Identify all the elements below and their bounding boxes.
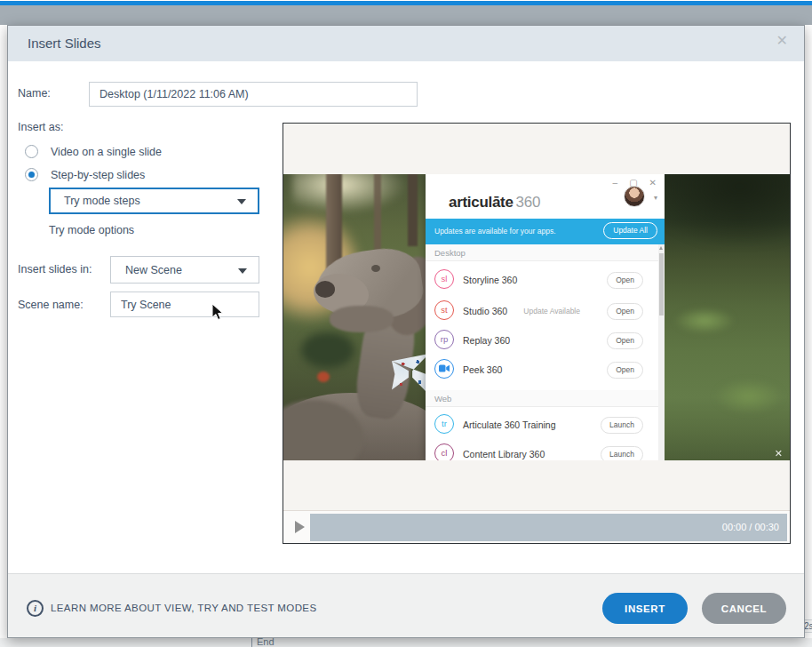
radio-video-single-slide[interactable] <box>25 145 38 158</box>
step-mode-dropdown-value: Try mode steps <box>64 195 140 207</box>
radio-video-single-slide-label[interactable]: Video on a single slide <box>51 146 162 158</box>
video-frame[interactable]: – ▢ ✕ articulāte360 ▾ Updates are availa… <box>283 174 790 460</box>
name-input[interactable] <box>89 82 418 107</box>
insert-slides-dialog: Insert Slides ✕ Name: Insert as: Video o… <box>7 25 805 638</box>
app-row-training: tr Articulate 360 Training Launch <box>426 411 658 439</box>
app-name: Peek 360 <box>463 364 502 375</box>
dog-bow-tie-pattern <box>392 354 426 395</box>
storyline-icon: sl <box>434 269 454 289</box>
app-row-studio: st Studio 360 Update Available Open <box>426 297 658 325</box>
app-titlebar-strip <box>0 5 812 25</box>
scrollbar-thumb <box>659 253 664 316</box>
training-icon: tr <box>434 414 454 434</box>
step-mode-dropdown[interactable]: Try mode steps <box>49 188 259 214</box>
dog-jaw <box>330 306 394 332</box>
photo-bush <box>301 332 354 368</box>
section-header-desktop: Desktop <box>426 244 658 261</box>
background-timeline-strip <box>0 638 812 647</box>
dialog-title: Insert Slides <box>28 36 101 51</box>
photo-sky-patch <box>292 174 408 214</box>
scene-name-input[interactable] <box>110 292 259 317</box>
insert-slides-in-value: New Scene <box>125 264 182 276</box>
app-name: Content Library 360 <box>463 449 545 459</box>
insert-slides-in-label: Insert slides in: <box>18 263 92 276</box>
app-window-scrollbar <box>658 244 665 460</box>
open-button: Open <box>607 332 643 349</box>
insert-as-label: Insert as: <box>18 121 63 133</box>
dialog-header: Insert Slides ✕ <box>8 26 804 61</box>
video-preview-panel: – ▢ ✕ articulāte360 ▾ Updates are availa… <box>283 123 791 544</box>
chevron-down-icon: ▾ <box>654 194 657 202</box>
app-row-replay: rp Replay 360 Open <box>426 326 658 355</box>
app-row-content-library: cl Content Library 360 Launch <box>426 440 658 460</box>
close-icon[interactable]: ✕ <box>776 34 788 48</box>
mouse-cursor-icon <box>211 303 224 321</box>
recorded-video-grass-photo: ✕ <box>665 174 790 460</box>
update-available-note: Update Available <box>523 307 580 316</box>
video-playbar: 00:00 / 00:30 <box>283 510 790 543</box>
photo-tree-trunk <box>408 174 418 246</box>
articulate-360-logo: articulāte360 <box>449 194 540 212</box>
play-icon[interactable] <box>295 521 305 533</box>
insert-slides-in-dropdown[interactable]: New Scene <box>110 256 259 284</box>
update-banner: Updates are available for your apps. Upd… <box>426 219 665 244</box>
content-library-icon: cl <box>434 443 454 460</box>
peek-camera-icon <box>434 359 454 379</box>
app-row-peek: Peek 360 Open <box>426 355 658 384</box>
studio-icon: st <box>434 300 454 320</box>
launch-button: Launch <box>601 417 643 434</box>
photo-grass-highlight <box>713 379 784 414</box>
update-all-button: Update All <box>603 222 657 239</box>
time-label: 00:00 / 00:30 <box>722 522 779 532</box>
chevron-down-icon <box>238 268 247 274</box>
seek-bar[interactable]: 00:00 / 00:30 <box>310 514 787 541</box>
photo-red-plant <box>317 371 330 382</box>
photo-grass-highlight <box>673 308 736 334</box>
app-name: Studio 360 <box>463 306 507 316</box>
insert-button[interactable]: INSERT <box>602 593 688 624</box>
dialog-footer: i LEARN MORE ABOUT VIEW, TRY AND TEST MO… <box>8 573 804 637</box>
open-button: Open <box>607 303 643 320</box>
try-mode-options-link[interactable]: Try mode options <box>49 224 134 236</box>
launch-button: Launch <box>601 446 643 460</box>
minimize-icon: – <box>613 179 618 188</box>
name-label: Name: <box>18 87 51 100</box>
user-avatar <box>624 186 645 207</box>
articulate-360-window: – ▢ ✕ articulāte360 ▾ Updates are availa… <box>426 174 665 460</box>
update-banner-text: Updates are available for your apps. <box>434 227 556 236</box>
scene-name-label: Scene name: <box>18 299 84 311</box>
photo-tree-canopy <box>665 174 790 245</box>
app-name: Replay 360 <box>463 335 510 346</box>
radio-step-by-step-label[interactable]: Step-by-step slides <box>51 169 145 181</box>
dog-eye <box>371 265 380 272</box>
app-name: Articulate 360 Training <box>463 419 555 430</box>
cancel-button[interactable]: CANCEL <box>702 593 786 624</box>
section-header-web: Web <box>426 390 658 407</box>
video-overlay-close-icon: ✕ <box>775 449 783 459</box>
open-button: Open <box>607 272 643 289</box>
open-button: Open <box>607 362 643 379</box>
app-name: Storyline 360 <box>463 275 517 285</box>
chevron-down-icon <box>237 199 246 204</box>
replay-icon: rp <box>434 330 454 349</box>
close-icon: ✕ <box>649 179 657 188</box>
app-row-storyline: sl Storyline 360 Open <box>426 266 658 294</box>
dog-nose <box>315 281 335 298</box>
radio-step-by-step[interactable] <box>25 168 38 181</box>
photo-tree-trunk <box>374 174 381 255</box>
learn-more-link[interactable]: LEARN MORE ABOUT VIEW, TRY AND TEST MODE… <box>51 603 317 613</box>
recorded-video-dog-photo <box>283 174 426 460</box>
screen: End 2s Insert Slides ✕ Name: Insert as: … <box>0 0 812 647</box>
scroll-up-icon <box>659 246 663 250</box>
info-icon: i <box>27 600 44 617</box>
